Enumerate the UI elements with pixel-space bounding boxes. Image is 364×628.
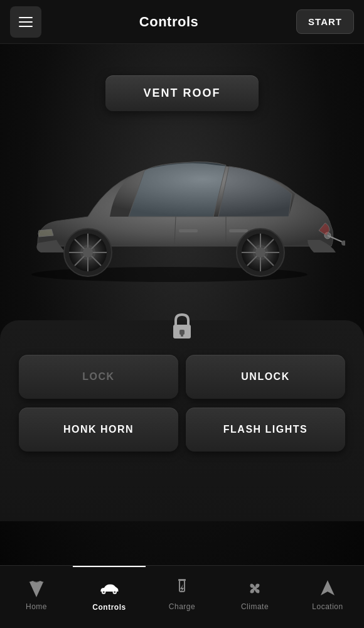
nav-label-charge: Charge	[169, 602, 195, 611]
svg-point-30	[114, 591, 115, 593]
unlock-button[interactable]: UNLOCK	[186, 355, 345, 399]
car-icon	[99, 579, 119, 599]
nav-item-location[interactable]: Location	[291, 566, 364, 628]
nav-label-home: Home	[26, 602, 47, 611]
start-button[interactable]: START	[296, 9, 354, 34]
svg-point-23	[255, 247, 265, 257]
car-image	[19, 130, 345, 293]
nav-label-climate: Climate	[241, 602, 269, 611]
lock-controls-grid: LOCK UNLOCK	[0, 355, 364, 399]
svg-rect-26	[181, 333, 183, 337]
bottom-navigation: Home Controls Charge	[0, 565, 364, 628]
svg-point-28	[103, 591, 105, 593]
lock-icon	[169, 312, 195, 342]
climate-icon	[245, 578, 265, 598]
honk-horn-button[interactable]: HONK HORN	[19, 408, 178, 452]
svg-point-15	[83, 247, 93, 257]
nav-label-controls: Controls	[92, 603, 126, 612]
lock-button[interactable]: LOCK	[19, 355, 178, 399]
lower-controls: LOCK UNLOCK HONK HORN FLASH LIGHTS	[0, 312, 364, 452]
charge-icon	[172, 578, 192, 598]
svg-rect-3	[179, 229, 198, 232]
nav-label-location: Location	[312, 602, 343, 611]
menu-icon	[19, 26, 33, 27]
tesla-logo-icon	[26, 578, 46, 598]
menu-button[interactable]	[10, 6, 41, 38]
nav-item-home[interactable]: Home	[0, 566, 73, 628]
flash-lights-button[interactable]: FLASH LIGHTS	[186, 408, 345, 452]
menu-icon	[19, 21, 33, 23]
page-title: Controls	[139, 14, 198, 30]
nav-item-climate[interactable]: Climate	[218, 566, 291, 628]
nav-item-charge[interactable]: Charge	[146, 566, 218, 628]
lock-icon-container	[0, 312, 364, 342]
menu-icon	[19, 17, 33, 18]
vent-roof-button[interactable]: VENT ROOF	[105, 75, 258, 111]
car-image-container	[0, 124, 364, 300]
location-icon	[318, 578, 338, 598]
nav-item-controls[interactable]: Controls	[73, 566, 146, 628]
app-header: Controls START	[0, 0, 364, 44]
main-content: VENT ROOF	[0, 44, 364, 584]
svg-rect-4	[229, 229, 248, 232]
svg-marker-34	[321, 580, 335, 595]
vent-roof-container: VENT ROOF	[0, 44, 364, 111]
action-controls-grid: HONK HORN FLASH LIGHTS	[0, 408, 364, 452]
